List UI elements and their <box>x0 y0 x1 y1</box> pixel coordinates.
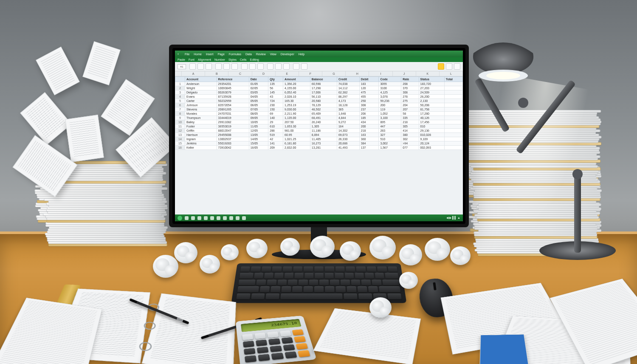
cell[interactable]: 1,305 <box>310 124 337 129</box>
cell[interactable]: 163 <box>359 133 379 137</box>
cell[interactable]: 42 <box>268 137 283 141</box>
currency-icon[interactable] <box>275 63 282 70</box>
cell[interactable]: 1,021.25 <box>283 137 310 141</box>
cell[interactable]: 40,126 <box>419 116 444 120</box>
cell[interactable]: 140 <box>268 116 283 120</box>
column-header[interactable]: Balance <box>310 77 337 82</box>
cell[interactable]: 69 <box>268 112 283 116</box>
cell[interactable]: 1,052 <box>379 112 401 116</box>
cell[interactable]: 86,297 <box>337 95 359 99</box>
cell[interactable] <box>444 146 462 150</box>
table-row[interactable]: 15Jenkins5501928315/051416,181.8016,2732… <box>175 141 463 146</box>
cell[interactable]: 11,186 <box>310 129 337 133</box>
cell[interactable]: 20,686 <box>337 141 359 146</box>
cell[interactable]: 1,653.30 <box>283 124 310 129</box>
ribbon-tab[interactable]: File <box>185 53 189 56</box>
cell[interactable]: Morales <box>185 112 217 116</box>
cell[interactable]: 207 <box>401 107 419 112</box>
cell[interactable] <box>444 82 462 86</box>
sort-icon[interactable] <box>293 63 299 70</box>
taskbar-app-icon[interactable] <box>217 216 220 220</box>
underline-icon[interactable] <box>231 63 238 70</box>
cell[interactable]: 286 <box>268 129 283 133</box>
cell[interactable]: 3,002 <box>379 141 401 146</box>
cell[interactable]: 50,208 <box>419 103 444 107</box>
column-header[interactable]: Total <box>444 77 462 82</box>
cell[interactable]: 13002937 <box>217 137 249 141</box>
table-row[interactable]: 3Delgado0026307903/051456,052.4017,00662… <box>175 90 463 95</box>
ribbon-group[interactable]: Font <box>189 58 194 61</box>
cell[interactable]: 08/05 <box>249 112 268 116</box>
cell[interactable]: 305 <box>401 124 419 129</box>
taskbar-app-icon[interactable] <box>229 216 233 220</box>
cell[interactable] <box>444 107 462 112</box>
cell[interactable]: 18,128 <box>337 103 359 107</box>
column-header[interactable]: Account <box>185 77 217 82</box>
cell[interactable]: 26,200 <box>419 95 444 99</box>
cell[interactable]: 165.30 <box>283 99 310 103</box>
cell[interactable]: 14/05 <box>249 137 268 141</box>
cell[interactable]: 510 <box>379 137 401 141</box>
ribbon-group[interactable]: Editing <box>250 58 259 61</box>
sum-icon[interactable] <box>446 63 452 70</box>
grid[interactable]: AccountReferenceDateQtyAmountBalanceCred… <box>175 76 463 214</box>
cell[interactable]: 3055 <box>379 82 401 86</box>
cell[interactable]: 1,567 <box>379 146 401 150</box>
cell[interactable]: 13/05 <box>249 133 268 137</box>
cell[interactable]: 6,052.40 <box>283 90 310 95</box>
table-row[interactable]: 12Griffin8801354712/05286981.0011,18614,… <box>175 129 463 133</box>
cell[interactable] <box>444 112 462 116</box>
cell[interactable]: 250 <box>359 99 379 103</box>
cell[interactable]: 68,491 <box>310 116 337 120</box>
cell[interactable]: 4,155.00 <box>283 86 310 90</box>
cell[interactable]: 29 <box>268 120 283 124</box>
cell[interactable]: 230 <box>268 103 283 107</box>
cell[interactable]: 283 <box>379 129 401 133</box>
cell[interactable]: 14,302 <box>337 129 359 133</box>
cell[interactable]: Evans <box>185 95 217 99</box>
cell[interactable]: 370 <box>401 86 419 90</box>
cell[interactable]: 1,135.00 <box>283 116 310 120</box>
cell[interactable]: 01/05 <box>249 82 268 86</box>
cell[interactable]: Jenkins <box>185 141 217 146</box>
ribbon-tab[interactable]: Formulas <box>229 53 241 56</box>
cell[interactable]: 384 <box>359 141 379 146</box>
cell[interactable]: 120 <box>359 86 379 90</box>
cell[interactable]: Anderson <box>185 82 217 86</box>
cell[interactable]: 1,648 <box>337 112 359 116</box>
cell[interactable]: 183 <box>359 82 379 86</box>
ribbon-group[interactable]: Number <box>214 58 225 61</box>
start-icon[interactable] <box>178 216 182 220</box>
cell[interactable]: Keller <box>185 146 217 150</box>
cell[interactable]: 206 <box>359 112 379 116</box>
cell[interactable]: 724 <box>268 99 283 103</box>
paste-icon[interactable] <box>189 63 196 70</box>
cell[interactable]: 26,240 <box>310 120 337 124</box>
cell[interactable]: 10/05 <box>249 120 268 124</box>
cell[interactable]: 218 <box>359 129 379 133</box>
cell[interactable]: 16/05 <box>249 146 268 150</box>
ribbon-group[interactable]: Cells <box>240 58 247 61</box>
ribbon-tab[interactable]: Help <box>299 53 304 56</box>
cell[interactable]: 20891265 <box>217 107 249 112</box>
italic-icon[interactable] <box>223 63 230 70</box>
cell[interactable]: 3,100 <box>379 116 401 120</box>
cell[interactable]: 447 <box>379 124 401 129</box>
cell[interactable] <box>444 116 462 120</box>
cell[interactable]: 200 <box>379 103 401 107</box>
cell[interactable]: 00263079 <box>217 90 249 95</box>
cell[interactable]: >94 <box>401 141 419 146</box>
cell[interactable]: 11,405 <box>310 137 337 141</box>
column-header[interactable]: Status <box>419 77 444 82</box>
cell[interactable]: 4,173 <box>337 99 359 103</box>
bold-icon[interactable] <box>215 63 222 70</box>
cell[interactable]: 4,844 <box>337 116 359 120</box>
column-headers[interactable]: A B C D E F G H I J K L <box>175 71 463 76</box>
cell[interactable] <box>444 120 462 124</box>
cell[interactable]: 9,109 <box>419 137 444 141</box>
ribbon-group[interactable]: Styles <box>228 58 237 61</box>
name-box[interactable]: A1 <box>178 64 186 69</box>
column-header[interactable]: Qty <box>268 77 283 82</box>
ribbon-tab[interactable]: Developer <box>281 53 294 56</box>
column-header[interactable]: Debit <box>359 77 379 82</box>
